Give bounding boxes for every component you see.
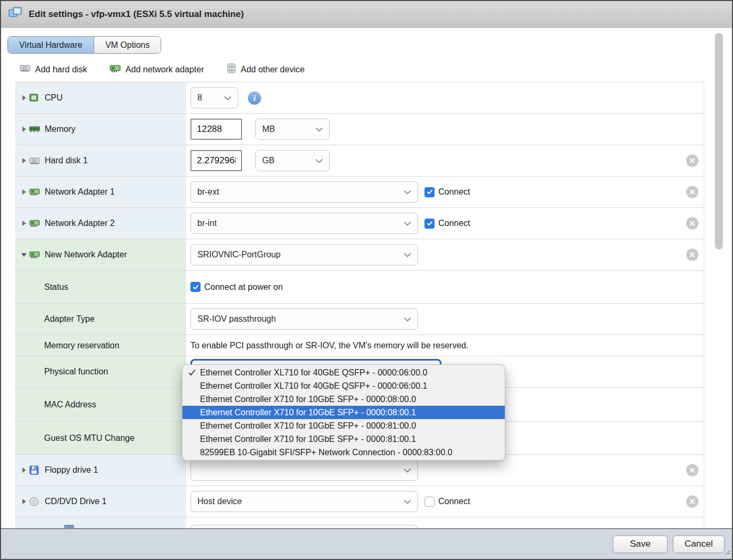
checkmark-icon — [188, 369, 196, 378]
cd-icon — [29, 497, 40, 506]
dropdown-option[interactable]: Ethernet Controller XL710 for 40GbE QSFP… — [182, 379, 505, 392]
network-adapter-2-connect-checkbox[interactable] — [424, 219, 435, 229]
expander-icon[interactable] — [20, 95, 28, 101]
virtual-hardware-table: CPU 8 i Memory MB — [15, 82, 704, 529]
expander-icon[interactable] — [20, 499, 28, 504]
expander-icon[interactable] — [20, 127, 28, 132]
remove-hard-disk-icon[interactable] — [686, 155, 698, 167]
chevron-down-icon — [315, 127, 323, 132]
nic-icon — [29, 250, 40, 260]
memory-reservation-label: Memory reservation — [20, 341, 119, 350]
chevron-down-icon — [404, 253, 411, 257]
row-cpu: CPU 8 i — [16, 82, 704, 114]
memory-reservation-note: To enable PCI passthrough or SR-IOV, the… — [190, 341, 469, 350]
row-new-network-adapter: New Network Adapter SRIOVNIC-PortGroup — [16, 239, 704, 271]
physical-function-dropdown: Ethernet Controller XL710 for 40GbE QSFP… — [182, 364, 505, 461]
adapter-type-select[interactable]: SR-IOV passthrough — [190, 308, 418, 330]
dropdown-option[interactable]: 82599EB 10-Gigabit SFI/SFP+ Network Conn… — [182, 446, 505, 459]
memory-label: Memory — [45, 124, 76, 134]
hard-disk-unit-select[interactable]: GB — [255, 150, 330, 171]
cd-dvd-drive-label: CD/DVD Drive 1 — [45, 497, 106, 506]
row-memory: Memory MB — [16, 114, 704, 145]
mac-address-label: MAC Address — [20, 400, 96, 409]
row-network-adapter-2: Network Adapter 2 br-int Connect — [16, 208, 704, 239]
expander-icon[interactable] — [20, 189, 28, 195]
dropdown-option[interactable]: Ethernet Controller X710 for 10GbE SFP+ … — [182, 392, 505, 406]
floppy-icon — [29, 465, 40, 475]
dropdown-option[interactable]: Ethernet Controller X710 for 10GbE SFP+ … — [182, 419, 505, 432]
chevron-down-icon — [404, 221, 411, 226]
resize-handle-icon[interactable] — [725, 548, 730, 557]
floppy-drive-label: Floppy drive 1 — [45, 465, 98, 475]
cpu-icon — [29, 93, 40, 103]
expander-icon-expanded[interactable] — [20, 253, 28, 257]
cd-dvd-drive-select[interactable]: Host device — [190, 491, 418, 512]
chevron-down-icon — [404, 468, 411, 473]
remove-cd-dvd-drive-icon[interactable] — [686, 496, 698, 508]
add-other-device-button[interactable]: Add other device — [227, 63, 305, 76]
chevron-down-icon — [404, 317, 411, 322]
expander-icon[interactable] — [20, 221, 28, 226]
add-hard-disk-button[interactable]: Add hard disk — [20, 64, 87, 75]
floppy-drive-select[interactable] — [190, 459, 418, 481]
adapter-type-label: Adapter Type — [20, 314, 95, 324]
row-adapter-type: Adapter Type SR-IOV passthrough — [16, 304, 704, 335]
add-network-adapter-label: Add network adapter — [126, 65, 204, 74]
add-device-bar: Add hard disk Add network adapter Add ot… — [20, 63, 305, 76]
row-memory-reservation: Memory reservation To enable PCI passthr… — [16, 335, 704, 356]
remove-network-adapter-1-icon[interactable] — [686, 186, 698, 198]
info-icon[interactable]: i — [248, 91, 261, 105]
remove-network-adapter-2-icon[interactable] — [686, 218, 698, 230]
cpu-label: CPU — [45, 93, 63, 103]
physical-function-label: Physical function — [20, 367, 108, 377]
row-status: Status Connect at power on — [16, 271, 704, 304]
network-adapter-2-label: Network Adapter 2 — [45, 219, 115, 228]
tab-virtual-hardware[interactable]: Virtual Hardware — [8, 37, 94, 53]
edit-settings-dialog: Edit settings - vfp-vmx1 (ESXi 5.5 virtu… — [0, 0, 733, 560]
add-network-adapter-button[interactable]: Add network adapter — [110, 64, 204, 75]
vm-icon — [8, 6, 23, 22]
scrollbar-thumb[interactable] — [715, 33, 723, 249]
nic-icon — [110, 64, 121, 75]
hard-disk-size-input[interactable] — [190, 150, 242, 171]
cpu-count-select[interactable]: 8 — [190, 87, 238, 108]
connect-label: Connect — [438, 219, 470, 228]
connect-label: Connect — [438, 187, 470, 197]
dropdown-option[interactable]: Ethernet Controller XL710 for 40GbE QSFP… — [182, 366, 505, 379]
row-cd-dvd-drive-1: CD/DVD Drive 1 Host device Connect — [16, 486, 704, 517]
network-adapter-2-select[interactable]: br-int — [190, 213, 418, 234]
hard-disk-icon — [29, 156, 40, 165]
cd-dvd-connect-checkbox[interactable] — [424, 497, 435, 507]
row-network-adapter-1: Network Adapter 1 br-ext Connect — [16, 177, 704, 208]
connect-at-power-on-checkbox[interactable] — [190, 282, 201, 292]
chevron-down-icon — [404, 499, 411, 504]
status-label: Status — [20, 282, 68, 292]
network-adapter-1-select[interactable]: br-ext — [190, 181, 418, 203]
dropdown-option-highlighted[interactable]: Ethernet Controller X710 for 10GbE SFP+ … — [182, 406, 505, 419]
row-hard-disk-1: Hard disk 1 GB — [16, 145, 704, 177]
save-button[interactable]: Save — [613, 536, 668, 553]
network-adapter-1-connect-checkbox[interactable] — [424, 187, 435, 197]
memory-unit-select[interactable]: MB — [255, 119, 330, 140]
add-other-device-label: Add other device — [241, 65, 305, 74]
new-network-adapter-portgroup-select[interactable]: SRIOVNIC-PortGroup — [190, 244, 418, 265]
dialog-footer: Save Cancel — [1, 528, 732, 559]
chevron-down-icon — [315, 158, 323, 163]
remove-new-network-adapter-icon[interactable] — [686, 249, 698, 261]
connect-at-power-on-label: Connect at power on — [204, 282, 283, 292]
dropdown-option[interactable]: Ethernet Controller X710 for 10GbE SFP+ … — [182, 432, 505, 446]
remove-floppy-drive-icon[interactable] — [686, 464, 698, 477]
dialog-titlebar: Edit settings - vfp-vmx1 (ESXi 5.5 virtu… — [1, 1, 732, 28]
expander-icon[interactable] — [20, 158, 28, 163]
device-icon — [227, 63, 236, 76]
hard-disk-label: Hard disk 1 — [45, 156, 88, 165]
memory-size-input[interactable] — [190, 119, 242, 140]
nic-icon — [29, 187, 40, 197]
tab-vm-options[interactable]: VM Options — [94, 37, 161, 53]
row-partial — [16, 517, 704, 529]
connect-label: Connect — [438, 497, 470, 506]
cancel-button[interactable]: Cancel — [673, 536, 724, 553]
expander-icon[interactable] — [20, 467, 28, 473]
tab-bar: Virtual Hardware VM Options — [7, 36, 161, 54]
memory-icon — [29, 124, 40, 134]
